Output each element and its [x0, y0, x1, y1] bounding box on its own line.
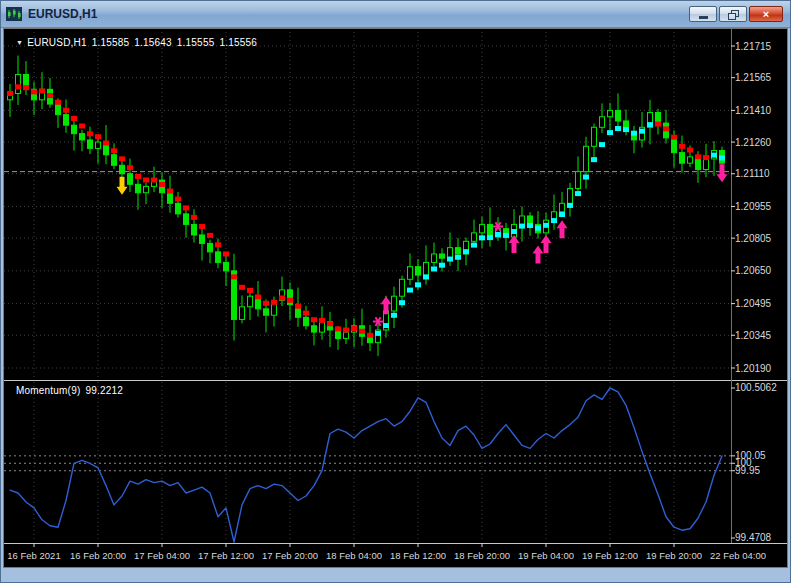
candle-body — [176, 203, 181, 214]
candle-body — [568, 189, 573, 204]
candle-body — [72, 125, 77, 133]
price-axis[interactable]: 1.217151.215651.214101.212601.211101.209… — [731, 41, 772, 374]
time-axis-label: 17 Feb 12:00 — [198, 550, 254, 561]
trend-dot — [671, 135, 677, 140]
time-axis-label: 22 Feb 04:00 — [710, 550, 766, 561]
candle-body — [64, 115, 69, 126]
candle-body — [576, 172, 581, 189]
separators-layer — [4, 29, 787, 544]
trend-dot — [607, 130, 613, 135]
chart-canvas[interactable]: 1.217151.215651.214101.212601.211101.209… — [4, 29, 787, 567]
trend-dot — [15, 84, 21, 89]
trend-dot — [431, 266, 437, 271]
trend-dot — [575, 191, 581, 196]
close-button[interactable]: × — [749, 6, 783, 22]
price-axis-label: 1.21410 — [735, 105, 772, 116]
momentum-layer — [10, 388, 722, 542]
trend-dot — [327, 321, 333, 326]
candle-body — [704, 159, 709, 170]
trend-dot — [343, 328, 349, 333]
trend-dot — [87, 131, 93, 136]
time-axis-label: 19 Feb 20:00 — [646, 550, 702, 561]
trend-dot — [199, 224, 205, 229]
trend-dot — [383, 323, 389, 328]
trend-dot — [47, 93, 53, 98]
candle-body — [616, 110, 621, 121]
price-axis-label: 1.21715 — [735, 41, 772, 52]
candle-body — [424, 262, 429, 275]
candle-body — [312, 326, 317, 332]
trend-dot — [503, 233, 509, 238]
trend-dot — [463, 249, 469, 254]
candle-body — [408, 267, 413, 280]
trend-dot — [559, 212, 565, 217]
candle-body — [480, 224, 485, 232]
signal-up-arrow — [381, 296, 392, 314]
trend-dot — [631, 131, 637, 136]
trend-dot — [151, 178, 157, 183]
trend-dot — [263, 301, 269, 306]
trend-dot — [679, 144, 685, 149]
trend-dot — [351, 326, 357, 331]
trend-dot — [407, 288, 413, 293]
trend-dot — [447, 257, 453, 262]
trend-dot — [647, 122, 653, 127]
trend-dot — [167, 189, 173, 194]
trend-dot — [39, 89, 45, 94]
trend-dot — [439, 263, 445, 268]
price-axis-label: 1.20495 — [735, 298, 772, 309]
signal-down-arrow — [117, 177, 128, 195]
trend-dot — [191, 215, 197, 220]
time-axis-label: 19 Feb 12:00 — [582, 550, 638, 561]
candle-body — [320, 322, 325, 333]
trend-dot — [103, 141, 109, 146]
candle-body — [144, 186, 149, 192]
trend-dot — [71, 116, 77, 121]
price-axis-label: 1.20190 — [735, 363, 772, 374]
candle-body — [432, 254, 437, 262]
trend-dot — [279, 295, 285, 300]
momentum-axis-label: 99.4708 — [735, 532, 772, 543]
candle-body — [520, 216, 525, 224]
trend-dot — [519, 224, 525, 229]
price-axis-label: 1.20345 — [735, 330, 772, 341]
trend-dot — [183, 205, 189, 210]
candle-body — [392, 296, 397, 311]
trend-dot — [639, 129, 645, 134]
trend-dot — [295, 304, 301, 309]
candle-body — [56, 104, 61, 115]
momentum-line — [10, 388, 722, 542]
trend-dot — [615, 126, 621, 131]
trend-dot — [495, 232, 501, 237]
trend-dot — [687, 147, 693, 152]
trend-dot — [711, 153, 717, 158]
title-bar[interactable]: EURUSD,H1 × — [1, 1, 790, 28]
time-axis-label: 19 Feb 04:00 — [518, 550, 574, 561]
trend-dot — [215, 242, 221, 247]
window-title: EURUSD,H1 — [28, 7, 689, 21]
trend-dot — [359, 329, 365, 334]
trend-dot — [487, 235, 493, 240]
trend-dot — [511, 229, 517, 234]
candle-body — [400, 279, 405, 296]
time-axis[interactable]: 16 Feb 202116 Feb 20:0017 Feb 04:0017 Fe… — [7, 543, 766, 561]
grid-layer — [4, 32, 731, 542]
candle-body — [80, 134, 85, 140]
candle-body — [168, 193, 173, 204]
candle-body — [608, 110, 613, 116]
momentum-axis[interactable]: 100.506299.4708100.0510099.95 — [731, 382, 777, 543]
candle-body — [440, 254, 445, 258]
minimize-button[interactable] — [689, 6, 717, 22]
trend-dot — [79, 123, 85, 128]
trend-dot — [391, 313, 397, 318]
chart-window-icon — [6, 7, 22, 21]
trend-dot — [399, 300, 405, 305]
trend-dot — [311, 317, 317, 322]
candle-body — [472, 233, 477, 241]
candle-body — [680, 153, 685, 164]
restore-button[interactable] — [719, 6, 747, 22]
trend-dot — [471, 243, 477, 248]
trend-dot — [175, 197, 181, 202]
trend-dot — [207, 233, 213, 238]
candles-layer — [8, 56, 725, 356]
